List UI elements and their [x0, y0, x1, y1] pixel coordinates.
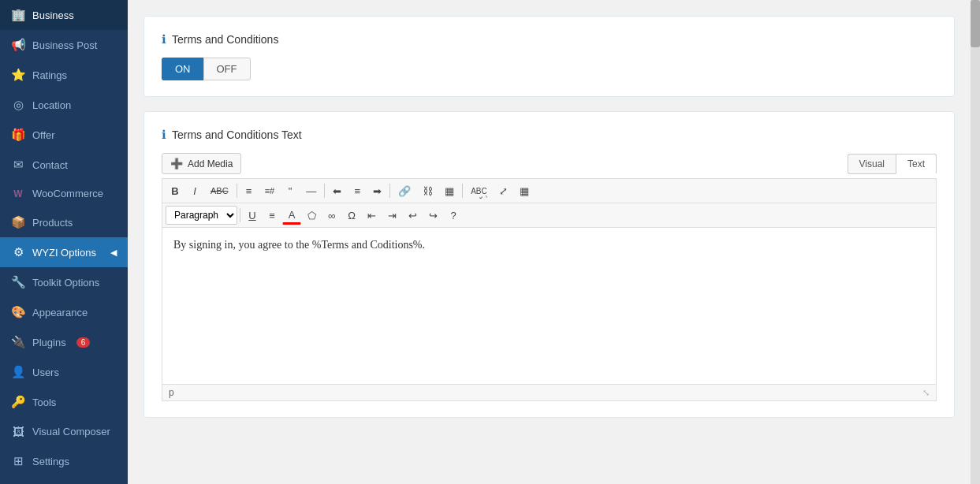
- sidebar-item-label: Users: [32, 367, 59, 378]
- sidebar-item-label: Business Post: [32, 39, 97, 51]
- toolbar-help[interactable]: ?: [444, 206, 463, 225]
- business-post-icon: 📢: [11, 38, 25, 52]
- toolbar-sep2: [324, 184, 325, 198]
- toggle-on-button[interactable]: ON: [162, 58, 203, 80]
- toolbar-align-left[interactable]: ⬅: [327, 181, 347, 200]
- add-media-icon: ➕: [170, 158, 183, 169]
- wyzi-options-icon: ⚙: [11, 245, 25, 259]
- editor-tag: p: [169, 387, 174, 398]
- ratings-icon: ⭐: [11, 68, 25, 82]
- sidebar-item-label: Products: [32, 217, 73, 229]
- toggle-group: ON OFF: [162, 58, 937, 80]
- sidebar-item-settings[interactable]: ⊞ Settings: [0, 446, 128, 476]
- sidebar-item-products[interactable]: 📦 Products: [0, 207, 128, 237]
- editor-toolbar-top: ➕ Add Media Visual Text: [162, 153, 937, 174]
- toolbar-unlink[interactable]: ⛓: [417, 181, 438, 200]
- sidebar-item-label: Toolkit Options: [32, 277, 99, 289]
- sidebar-item-label: Appearance: [32, 307, 88, 318]
- sidebar-item-visual-composer[interactable]: 🖼 Visual Composer: [0, 417, 128, 446]
- terms-conditions-text-card: ℹ Terms and Conditions Text ➕ Add Media …: [143, 111, 955, 418]
- editor-footer: p ⤡: [162, 385, 937, 401]
- resize-handle[interactable]: ⤡: [922, 388, 930, 398]
- scrollbar-thumb[interactable]: [971, 0, 980, 47]
- toolbar-kitchen-sink[interactable]: ▦: [514, 181, 535, 200]
- scrollbar-track: [971, 0, 980, 484]
- products-icon: 📦: [11, 215, 25, 229]
- toolbar-ul[interactable]: ≡: [240, 181, 259, 200]
- editor-text: By signing in, you agree to the %Terms a…: [173, 239, 925, 251]
- toolbar-align-right[interactable]: ➡: [367, 181, 387, 200]
- toolbar-justify[interactable]: ≡: [263, 206, 281, 225]
- sidebar-item-business[interactable]: 🏢 Business: [0, 0, 128, 30]
- sidebar-item-label: Offer: [32, 129, 55, 141]
- toolbar-hr[interactable]: —: [300, 181, 322, 200]
- toggle-off-button[interactable]: OFF: [203, 58, 251, 80]
- plugins-icon: 🔌: [11, 335, 25, 349]
- sidebar-item-users[interactable]: 👤 Users: [0, 357, 128, 387]
- sidebar-item-label: WooCommerce: [32, 188, 103, 199]
- settings-icon: ⊞: [11, 454, 25, 468]
- toolbar-color[interactable]: A: [282, 206, 301, 225]
- toolbar-spell[interactable]: ABC: [465, 181, 493, 200]
- sidebar-item-plugins[interactable]: 🔌 Plugins 6: [0, 327, 128, 357]
- info-icon-2: ℹ: [162, 128, 166, 142]
- toolbar-sep4: [462, 184, 463, 198]
- visual-composer-icon: 🖼: [11, 425, 25, 438]
- toolbar-strikethrough[interactable]: ABC: [205, 181, 234, 200]
- add-media-label: Add Media: [188, 158, 233, 169]
- toolbar-ol[interactable]: ≡#: [259, 181, 281, 200]
- users-icon: 👤: [11, 365, 25, 379]
- sidebar-item-offer[interactable]: 🎁 Offer: [0, 120, 128, 150]
- sidebar-item-tools[interactable]: 🔑 Tools: [0, 387, 128, 417]
- toolbar-redo[interactable]: ↪: [423, 206, 443, 225]
- toolbar-italic[interactable]: I: [185, 181, 204, 200]
- appearance-icon: 🎨: [11, 305, 25, 319]
- toolbar-indent[interactable]: ⇥: [382, 206, 402, 225]
- toolbar-fullscreen[interactable]: ⤢: [494, 181, 513, 200]
- paragraph-select[interactable]: Paragraph: [166, 206, 237, 225]
- editor-content[interactable]: By signing in, you agree to the %Terms a…: [162, 227, 937, 385]
- tab-visual[interactable]: Visual: [848, 154, 896, 174]
- offer-icon: 🎁: [11, 128, 25, 142]
- toolbar-blockquote[interactable]: ": [281, 181, 300, 200]
- sidebar: 🏢 Business 📢 Business Post ⭐ Ratings ◎ L…: [0, 0, 128, 484]
- tools-icon: 🔑: [11, 395, 25, 409]
- location-icon: ◎: [11, 98, 25, 112]
- sidebar-item-label: Contact: [32, 159, 68, 171]
- sidebar-item-label: Settings: [32, 456, 69, 467]
- sidebar-item-label: Business: [32, 9, 74, 21]
- toolbar-bold[interactable]: B: [166, 181, 184, 200]
- sidebar-item-appearance[interactable]: 🎨 Appearance: [0, 297, 128, 327]
- toolbar-special-char[interactable]: Ω: [342, 206, 361, 225]
- contact-icon: ✉: [11, 158, 25, 172]
- toolbar-align-center[interactable]: ≡: [348, 181, 367, 200]
- toolbar-link[interactable]: 🔗: [393, 181, 416, 200]
- plugins-badge: 6: [76, 337, 91, 348]
- editor-toolbar-row2: Paragraph U ≡ A ⬠ ∞ Ω ⇤ ⇥ ↩ ↪ ?: [162, 203, 937, 227]
- sidebar-item-business-post[interactable]: 📢 Business Post: [0, 30, 128, 60]
- toolbar-paste-word[interactable]: ∞: [322, 206, 341, 225]
- card2-title: ℹ Terms and Conditions Text: [162, 128, 937, 142]
- toolbar-outdent[interactable]: ⇤: [362, 206, 382, 225]
- sidebar-item-toolkit-options[interactable]: 🔧 Toolkit Options: [0, 267, 128, 297]
- sidebar-item-wyzi-options[interactable]: ⚙ WYZI Options ◀: [0, 237, 128, 267]
- editor-wrapper: ➕ Add Media Visual Text B I ABC ≡ ≡# " —: [162, 153, 937, 401]
- toolbar-undo[interactable]: ↩: [403, 206, 423, 225]
- sidebar-item-label: Tools: [32, 397, 56, 408]
- add-media-button[interactable]: ➕ Add Media: [162, 153, 241, 174]
- woocommerce-icon: W: [11, 188, 25, 199]
- toolbar-sep1: [237, 184, 237, 198]
- sidebar-item-location[interactable]: ◎ Location: [0, 90, 128, 120]
- tab-text[interactable]: Text: [896, 154, 937, 174]
- sidebar-item-woocommerce[interactable]: W WooCommerce: [0, 180, 128, 207]
- sidebar-item-label: WYZI Options: [32, 247, 96, 259]
- toolbar-paste-text[interactable]: ⬠: [302, 206, 322, 225]
- toolbar-table[interactable]: ▦: [439, 181, 460, 200]
- sidebar-item-ratings[interactable]: ⭐ Ratings: [0, 60, 128, 90]
- sidebar-item-backups[interactable]: ↩ Backups: [0, 476, 128, 484]
- sidebar-item-contact[interactable]: ✉ Contact: [0, 150, 128, 180]
- terms-conditions-card: ℹ Terms and Conditions ON OFF: [143, 16, 955, 97]
- card1-title: ℹ Terms and Conditions: [162, 32, 937, 47]
- toolbar-underline[interactable]: U: [243, 206, 262, 225]
- sidebar-item-label: Plugins: [32, 337, 66, 348]
